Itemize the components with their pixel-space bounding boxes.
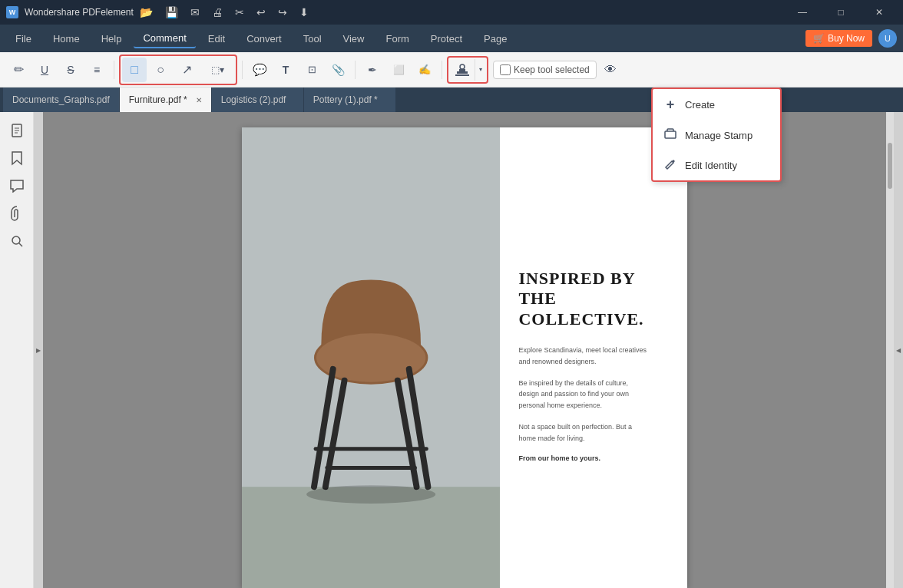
attachments-icon [10,206,24,221]
keep-tool-label: Keep tool selected [514,64,590,75]
highlight-tool-button[interactable]: ✏ [6,58,31,82]
keep-tool-checkbox[interactable] [500,64,511,75]
stamp-main-button[interactable] [450,59,475,81]
sidebar-pages-button[interactable] [5,118,29,143]
app-logo: W [6,6,18,18]
scrollbar-thumb[interactable] [888,143,892,189]
stamp-popup: + Create Manage Stamp Edit Identity [651,88,782,182]
minimize-button[interactable]: — [785,0,820,25]
pdf-viewer[interactable]: INSPIRED BY THE COLLECTIVE. Explore Scan… [43,112,886,588]
shape-more-icon: ⬚▾ [211,64,224,75]
attach-button[interactable]: 📎 [326,58,350,82]
right-collapse-arrow-icon: ◀ [896,347,901,354]
underline-tool-button[interactable]: U [32,58,57,82]
rectangle-tool-button[interactable]: □ [122,58,147,82]
scissors-icon[interactable]: ✂ [235,6,244,18]
edit-identity-icon [663,158,677,173]
menu-help[interactable]: Help [92,30,131,48]
buy-now-button[interactable]: 🛒 Buy Now [805,30,872,47]
menu-view[interactable]: View [334,30,374,48]
sidebar-attachments-button[interactable] [5,201,29,226]
strikethrough-icon: S [67,64,74,76]
title-bar: W Wondershare PDFelement 📂 💾 ✉ 🖨 ✂ ↩ ↪ ⬇… [0,0,903,25]
tab-logistics[interactable]: Logistics (2).pdf [212,88,304,112]
tab-logistics-label: Logistics (2).pdf [221,94,286,105]
arrow-tool-button[interactable]: ↗ [174,58,199,82]
menu-tool[interactable]: Tool [294,30,331,48]
underline-icon: U [41,64,48,76]
pdf-chair-image [242,127,500,588]
sidebar-search-button[interactable] [5,229,29,253]
tab-furniture-close-icon[interactable]: ✕ [196,96,202,104]
text-comment-button[interactable]: ≡ [84,58,109,82]
speech-bubble-button[interactable]: 💬 [247,58,272,82]
user-avatar[interactable]: U [878,29,897,48]
text-box-button[interactable]: T [273,58,298,82]
circle-icon: ○ [157,63,164,77]
separator-1 [114,61,114,79]
redo-icon[interactable]: ↪ [278,6,287,18]
tab-documents-graphs[interactable]: Documents_Graphs.pdf [3,88,120,112]
text-callout-button[interactable]: ⊡ [299,58,324,82]
eraser-icon: ⬜ [393,64,405,75]
preview-button[interactable]: 👁 [598,58,623,82]
more-icon[interactable]: ⬇ [299,6,309,18]
title-bar-icons: 📂 💾 ✉ 🖨 ✂ ↩ ↪ ⬇ [140,6,309,18]
menu-bar: File Home Help Comment Edit Convert Tool… [0,25,903,52]
speech-bubble-icon: 💬 [253,63,267,77]
arrow-icon: ↗ [182,62,192,77]
menu-page[interactable]: Page [475,30,516,48]
title-bar-left: W Wondershare PDFelement 📂 💾 ✉ 🖨 ✂ ↩ ↪ ⬇ [6,6,309,18]
pdf-para3: Not a space built on perfection. But a h… [518,421,669,444]
rectangle-icon: □ [131,63,138,77]
maximize-button[interactable]: □ [823,0,858,25]
pdf-text-content: INSPIRED BY THE COLLECTIVE. Explore Scan… [500,127,687,588]
scrollbar-track [886,112,894,588]
menu-home[interactable]: Home [44,30,89,48]
signature-button[interactable]: ✍ [412,58,437,82]
sidebar-comments-button[interactable] [5,173,29,198]
folder-open-icon[interactable]: 📂 [140,6,153,18]
shape-more-button[interactable]: ⬚▾ [200,58,234,82]
separator-4 [442,61,442,79]
tab-pottery[interactable]: Pottery (1).pdf * [304,88,396,112]
menu-comment[interactable]: Comment [134,29,195,48]
pdf-heading-line2: THE COLLECTIVE. [518,289,669,329]
edit-identity-item[interactable]: Edit Identity [653,150,780,180]
text-callout-icon: ⊡ [308,64,316,75]
mail-icon[interactable]: ✉ [190,6,200,18]
undo-icon[interactable]: ↩ [256,6,266,18]
pen-button[interactable]: ✒ [360,58,385,82]
svg-point-2 [460,64,465,69]
app-title: Wondershare PDFelement [25,7,134,18]
create-stamp-label: Create [685,99,715,111]
circle-tool-button[interactable]: ○ [148,58,173,82]
sidebar-left-collapse-handle[interactable]: ▶ [34,112,43,588]
eye-icon: 👁 [604,63,617,77]
eraser-button[interactable]: ⬜ [386,58,411,82]
svg-point-9 [12,236,20,244]
svg-line-10 [19,243,22,246]
menu-protect[interactable]: Protect [422,30,471,48]
strikethrough-tool-button[interactable]: S [58,58,83,82]
collapse-arrow-icon: ▶ [36,347,41,354]
print-icon[interactable]: 🖨 [212,6,223,18]
pdf-heading: INSPIRED BY THE COLLECTIVE. [518,269,669,329]
stamp-dropdown-button[interactable]: ▾ [475,59,485,81]
sidebar-bookmark-button[interactable] [5,146,29,170]
menu-convert[interactable]: Convert [237,30,291,48]
save-icon[interactable]: 💾 [165,6,178,18]
create-stamp-item[interactable]: + Create [653,89,780,121]
menu-edit[interactable]: Edit [199,30,234,48]
edit-identity-label: Edit Identity [685,160,737,171]
manage-stamp-item[interactable]: Manage Stamp [653,121,780,150]
sidebar-right-collapse-handle[interactable]: ◀ [894,112,903,588]
stamp-icon [454,61,471,78]
menu-file[interactable]: File [6,30,41,48]
close-button[interactable]: ✕ [862,0,897,25]
menu-form[interactable]: Form [377,30,418,48]
sidebar-left [0,112,34,588]
main-content: ▶ [0,112,903,588]
separator-3 [355,61,356,79]
tab-furniture[interactable]: Furniture.pdf * ✕ [120,88,212,112]
